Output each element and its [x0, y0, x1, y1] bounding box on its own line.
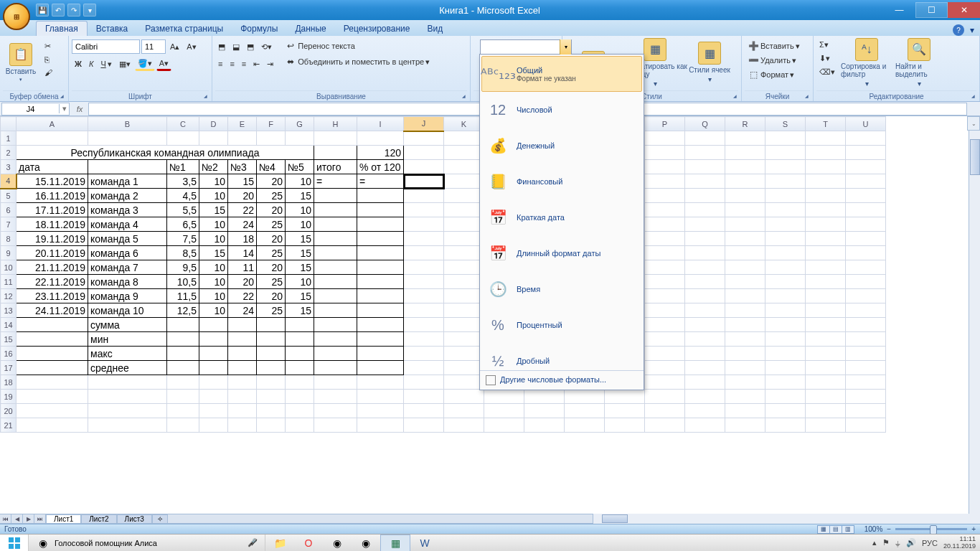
cell[interactable]: макс: [88, 347, 167, 361]
cell[interactable]: [167, 131, 199, 146]
volume-icon[interactable]: 🔊: [906, 538, 916, 547]
cell[interactable]: [357, 390, 404, 404]
row-header[interactable]: 12: [1, 289, 17, 303]
cell[interactable]: [725, 275, 765, 289]
language-indicator[interactable]: РУС: [922, 539, 938, 547]
cell[interactable]: 7,5: [167, 232, 199, 246]
cell[interactable]: [685, 174, 725, 189]
align-middle-icon[interactable]: ⬓: [230, 41, 242, 53]
cell[interactable]: [806, 146, 846, 160]
cell[interactable]: [645, 217, 685, 232]
cell[interactable]: команда 7: [88, 260, 167, 275]
cell[interactable]: [846, 303, 886, 318]
cell[interactable]: [257, 404, 286, 418]
borders-button[interactable]: ▦▾: [116, 58, 133, 70]
cell[interactable]: [846, 347, 886, 361]
cell[interactable]: [765, 404, 806, 418]
col-header[interactable]: R: [725, 117, 765, 131]
copy-icon[interactable]: ⎘: [42, 54, 55, 65]
cell[interactable]: [314, 361, 357, 375]
cell[interactable]: [806, 160, 846, 174]
col-header[interactable]: I: [357, 117, 404, 131]
cell[interactable]: [685, 275, 725, 289]
cell[interactable]: №1: [167, 160, 199, 174]
sort-filter-button[interactable]: ᴬ↓Сортировка и фильтр▾: [841, 37, 892, 88]
cell[interactable]: [167, 332, 199, 347]
tab-view[interactable]: Вид: [418, 22, 451, 36]
cell[interactable]: [286, 375, 314, 390]
col-header[interactable]: G: [286, 117, 314, 131]
cell[interactable]: №5: [286, 160, 314, 174]
cell[interactable]: [17, 375, 88, 390]
cell[interactable]: [725, 418, 765, 433]
cell[interactable]: [444, 404, 484, 418]
cell[interactable]: [645, 160, 685, 174]
cell[interactable]: [404, 203, 444, 217]
cell[interactable]: [645, 375, 685, 390]
cell[interactable]: [199, 318, 228, 332]
last-sheet-icon[interactable]: ⏭: [34, 514, 46, 524]
cell[interactable]: [357, 260, 404, 275]
cell[interactable]: [357, 418, 404, 433]
cell[interactable]: [806, 347, 846, 361]
cell[interactable]: [314, 404, 357, 418]
cell[interactable]: [286, 361, 314, 375]
fx-icon[interactable]: fx: [71, 105, 88, 113]
cell[interactable]: [685, 303, 725, 318]
close-button[interactable]: ✕: [948, 2, 980, 18]
cell[interactable]: [444, 275, 484, 289]
underline-button[interactable]: Ч▾: [98, 58, 114, 70]
cell[interactable]: [725, 404, 765, 418]
cell[interactable]: [685, 189, 725, 203]
cell[interactable]: 6,5: [167, 217, 199, 232]
cell[interactable]: [806, 246, 846, 260]
cell[interactable]: [314, 260, 357, 275]
cell[interactable]: 15: [286, 289, 314, 303]
network-icon[interactable]: ⏚: [895, 539, 900, 547]
row-header[interactable]: 3: [1, 160, 17, 174]
col-header[interactable]: J: [404, 117, 444, 131]
cell[interactable]: 20: [228, 275, 257, 289]
cell[interactable]: [806, 361, 846, 375]
next-sheet-icon[interactable]: ▶: [23, 514, 34, 524]
cell[interactable]: [167, 375, 199, 390]
cell[interactable]: [314, 217, 357, 232]
cell[interactable]: 22: [228, 203, 257, 217]
row-header[interactable]: 2: [1, 146, 17, 160]
cell[interactable]: [725, 160, 765, 174]
cell[interactable]: 10: [199, 289, 228, 303]
vertical-scrollbar[interactable]: [969, 131, 980, 514]
cell[interactable]: [314, 347, 357, 361]
cell[interactable]: [645, 275, 685, 289]
cell[interactable]: [806, 303, 846, 318]
col-header[interactable]: H: [314, 117, 357, 131]
cell[interactable]: 14: [228, 246, 257, 260]
more-number-formats[interactable]: Другие числовые форматы...: [480, 370, 644, 390]
cell[interactable]: [17, 361, 88, 375]
cell[interactable]: 11,5: [167, 289, 199, 303]
cell[interactable]: [725, 260, 765, 275]
cell[interactable]: [17, 318, 88, 332]
cell[interactable]: [314, 275, 357, 289]
cell[interactable]: [645, 189, 685, 203]
cell[interactable]: =: [314, 174, 357, 189]
cell[interactable]: [765, 260, 806, 275]
task-excel[interactable]: ▦: [380, 534, 410, 552]
cell[interactable]: [444, 361, 484, 375]
cell[interactable]: 15: [286, 303, 314, 318]
cell[interactable]: [357, 375, 404, 390]
cell[interactable]: 20.11.2019: [17, 246, 88, 260]
cell[interactable]: [725, 332, 765, 347]
cell[interactable]: [257, 347, 286, 361]
cell[interactable]: [444, 160, 484, 174]
font-color-button[interactable]: A▾: [156, 57, 171, 71]
cell[interactable]: [314, 303, 357, 318]
maximize-button[interactable]: ☐: [915, 2, 948, 18]
cell[interactable]: [725, 361, 765, 375]
row-header[interactable]: 19: [1, 390, 17, 404]
cell[interactable]: [846, 390, 886, 404]
cell[interactable]: [357, 217, 404, 232]
col-header[interactable]: C: [167, 117, 199, 131]
minimize-ribbon-icon[interactable]: ▾: [970, 25, 974, 35]
row-header[interactable]: 17: [1, 361, 17, 375]
